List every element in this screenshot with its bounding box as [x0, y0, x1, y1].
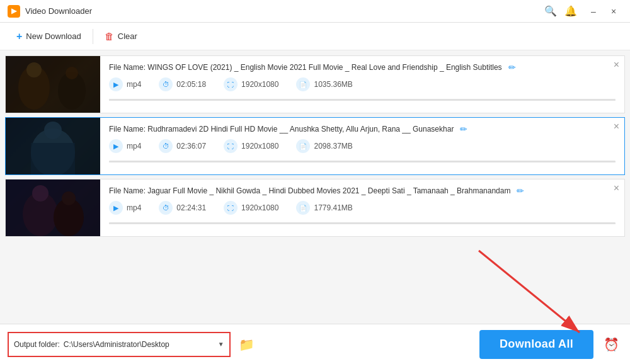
- resolution-value: 1920x1080: [241, 203, 278, 212]
- file-name-row: File Name: Rudhramadevi 2D Hindi Full HD…: [109, 124, 616, 134]
- remove-video-button[interactable]: ×: [614, 183, 619, 193]
- filesize-value: 2098.37MB: [314, 142, 352, 151]
- plus-icon: +: [16, 31, 22, 42]
- clock-icon: ⏱: [159, 139, 173, 153]
- filesize-icon: 📄: [296, 201, 310, 215]
- thumb-overlay: [6, 56, 100, 113]
- format-value: mp4: [127, 203, 141, 212]
- video-card: File Name: WINGS OF LOVE (2021) _ Englis…: [5, 55, 625, 113]
- video-info: File Name: WINGS OF LOVE (2021) _ Englis…: [100, 56, 624, 113]
- video-thumbnail: [6, 118, 100, 174]
- new-download-label: New Download: [26, 31, 81, 41]
- bottom-bar: Output folder: ▼ 📁 Download All ⏰: [0, 324, 630, 364]
- progress-bar-container: [109, 222, 616, 224]
- thumb-silhouette: [6, 118, 100, 174]
- format-icon: ▶: [109, 201, 123, 215]
- format-icon: ▶: [109, 139, 123, 153]
- clock-icon: ⏱: [159, 201, 173, 215]
- video-card: File Name: Rudhramadevi 2D Hindi Full HD…: [5, 117, 625, 175]
- trash-icon: 🗑: [105, 31, 114, 42]
- file-name: File Name: Rudhramadevi 2D Hindi Full HD…: [109, 125, 454, 134]
- window-controls: 🔍 🔔 – ×: [544, 4, 622, 18]
- file-name-row: File Name: WINGS OF LOVE (2021) _ Englis…: [109, 62, 616, 72]
- file-name: File Name: WINGS OF LOVE (2021) _ Englis…: [109, 63, 502, 72]
- app-title: Video Downloader: [25, 6, 544, 16]
- file-name-row: File Name: Jaguar Full Movie _ Nikhil Go…: [109, 186, 616, 196]
- new-download-button[interactable]: + New Download: [8, 27, 90, 46]
- progress-bar: [109, 222, 616, 224]
- bell-icon[interactable]: 🔔: [564, 5, 577, 17]
- filesize-icon: 📄: [296, 139, 310, 153]
- output-folder-label: Output folder:: [14, 340, 60, 349]
- thumb-overlay: [6, 118, 100, 174]
- resolution-item: ⛶ 1920x1080: [224, 139, 278, 153]
- toolbar-divider: [93, 29, 93, 44]
- thumb-silhouette: [6, 179, 100, 236]
- format-icon: ▶: [109, 77, 123, 91]
- thumb-silhouette: [6, 56, 100, 113]
- filesize-value: 1779.41MB: [314, 203, 352, 212]
- output-folder-input[interactable]: [64, 340, 214, 349]
- format-value: mp4: [127, 80, 141, 89]
- clock-icon: ⏱: [159, 77, 173, 91]
- resolution-item: ⛶ 1920x1080: [224, 201, 278, 215]
- browse-folder-button[interactable]: 📁: [237, 334, 257, 355]
- format-item: ▶ mp4: [109, 77, 141, 91]
- filesize-item: 📄 1779.41MB: [296, 201, 352, 215]
- svg-point-2: [26, 62, 42, 77]
- edit-icon[interactable]: ✏: [517, 186, 524, 196]
- minimize-button[interactable]: –: [585, 4, 602, 18]
- duration-item: ⏱ 02:05:18: [159, 77, 206, 91]
- filesize-item: 📄 2098.37MB: [296, 139, 352, 153]
- remove-video-button[interactable]: ×: [614, 122, 619, 132]
- resolution-value: 1920x1080: [241, 142, 278, 151]
- video-info: File Name: Jaguar Full Movie _ Nikhil Go…: [100, 179, 624, 236]
- svg-point-13: [62, 191, 76, 205]
- progress-bar: [109, 161, 616, 162]
- remove-video-button[interactable]: ×: [614, 60, 619, 70]
- resolution-icon: ⛶: [224, 139, 238, 153]
- resolution-icon: ⛶: [224, 201, 238, 215]
- thumb-overlay: [6, 179, 100, 236]
- filesize-icon: 📄: [296, 77, 310, 91]
- video-info: File Name: Rudhramadevi 2D Hindi Full HD…: [100, 118, 624, 174]
- resolution-item: ⛶ 1920x1080: [224, 77, 278, 91]
- video-card: File Name: Jaguar Full Movie _ Nikhil Go…: [5, 179, 625, 237]
- meta-row: ▶ mp4 ⏱ 02:24:31 ⛶ 1920x1080 📄 1779.41MB: [109, 201, 616, 215]
- alarm-button[interactable]: ⏰: [600, 333, 622, 356]
- filesize-value: 1035.36MB: [314, 80, 352, 89]
- dropdown-arrow-icon[interactable]: ▼: [218, 341, 224, 348]
- video-list: File Name: WINGS OF LOVE (2021) _ Englis…: [0, 50, 630, 324]
- resolution-icon: ⛶: [224, 77, 238, 91]
- duration-value: 02:24:31: [176, 203, 206, 212]
- title-bar: ▶ Video Downloader 🔍 🔔 – ×: [0, 0, 630, 23]
- svg-rect-8: [31, 143, 75, 174]
- progress-bar: [109, 99, 616, 101]
- video-thumbnail: [6, 56, 100, 113]
- app-icon: ▶: [8, 5, 20, 18]
- video-thumbnail: [6, 179, 100, 236]
- clear-label: Clear: [118, 31, 137, 41]
- format-value: mp4: [127, 142, 141, 151]
- svg-point-7: [44, 122, 62, 139]
- format-item: ▶ mp4: [109, 201, 141, 215]
- clear-button[interactable]: 🗑 Clear: [96, 27, 146, 45]
- duration-item: ⏱ 02:36:07: [159, 139, 206, 153]
- duration-value: 02:36:07: [176, 142, 206, 151]
- progress-bar-container: [109, 161, 616, 162]
- resolution-value: 1920x1080: [241, 80, 278, 89]
- format-item: ▶ mp4: [109, 139, 141, 153]
- search-icon[interactable]: 🔍: [544, 5, 557, 17]
- file-name: File Name: Jaguar Full Movie _ Nikhil Go…: [109, 186, 510, 195]
- close-button[interactable]: ×: [605, 4, 622, 18]
- edit-icon[interactable]: ✏: [460, 124, 467, 134]
- svg-point-4: [66, 67, 78, 79]
- toolbar: + New Download 🗑 Clear: [0, 23, 630, 50]
- edit-icon[interactable]: ✏: [508, 62, 516, 72]
- duration-value: 02:05:18: [176, 80, 206, 89]
- duration-item: ⏱ 02:24:31: [159, 201, 206, 215]
- meta-row: ▶ mp4 ⏱ 02:05:18 ⛶ 1920x1080 📄 1035.36MB: [109, 77, 616, 91]
- progress-bar-container: [109, 99, 616, 101]
- svg-point-11: [32, 185, 49, 202]
- download-all-button[interactable]: Download All: [479, 330, 593, 359]
